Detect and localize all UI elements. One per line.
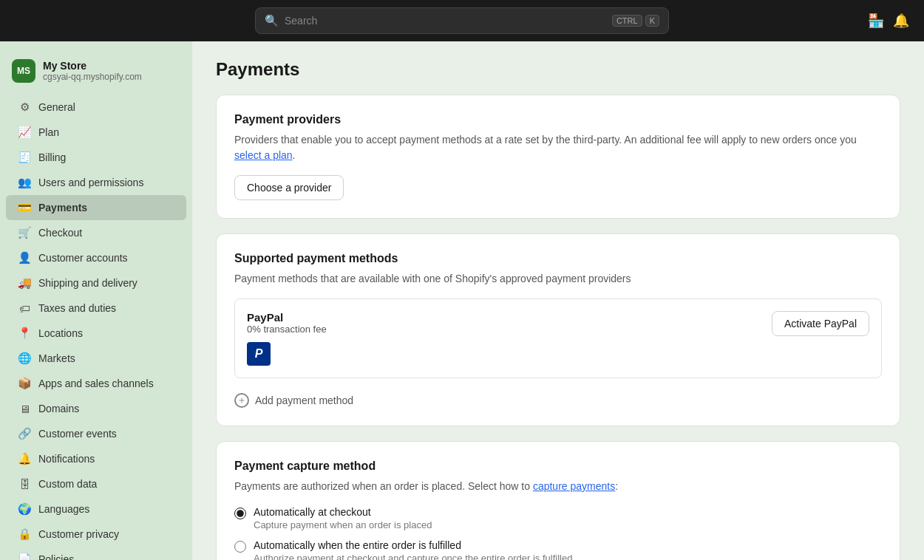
avatar: MS <box>12 59 35 83</box>
radio-text-auto-checkout: Automatically at checkout Capture paymen… <box>254 506 432 530</box>
radio-label-auto-fulfilled[interactable]: Automatically when the entire order is f… <box>254 539 572 551</box>
search-icon: 🔍 <box>265 14 279 27</box>
add-method-label: Add payment method <box>255 395 353 406</box>
ctrl-key: CTRL <box>612 15 642 27</box>
paypal-header: PayPal 0% transaction fee Activate PayPa… <box>247 311 869 336</box>
page-title: Payments <box>216 59 900 80</box>
nav-label-plan: Plan <box>38 126 59 138</box>
radio-sublabel-auto-checkout: Capture payment when an order is placed <box>254 519 432 530</box>
nav-list: ⚙ General 📈 Plan 🧾 Billing 👥 Users and p… <box>0 95 192 560</box>
sidebar-item-payments[interactable]: 💳 Payments <box>6 195 186 220</box>
topbar: 🔍 CTRL K 🏪 🔔 <box>0 0 924 41</box>
supported-card-desc: Payment methods that are available with … <box>234 271 882 287</box>
select-plan-link[interactable]: select a plan <box>234 149 293 161</box>
main-content: Payments Payment providers Providers tha… <box>192 41 924 560</box>
radio-option-auto-checkout[interactable]: Automatically at checkout Capture paymen… <box>234 506 882 530</box>
sidebar-item-shipping[interactable]: 🚚 Shipping and delivery <box>6 270 186 296</box>
app-layout: MS My Store cgsyai-qq.myshopify.com ⚙ Ge… <box>0 41 924 560</box>
nav-label-notifications: Notifications <box>38 453 95 465</box>
search-bar[interactable]: 🔍 CTRL K <box>255 7 669 34</box>
nav-icon-markets: 🌐 <box>18 352 31 365</box>
nav-label-locations: Locations <box>38 327 83 339</box>
supported-methods-card: Supported payment methods Payment method… <box>216 233 900 426</box>
nav-icon-locations: 📍 <box>18 327 31 340</box>
sidebar: MS My Store cgsyai-qq.myshopify.com ⚙ Ge… <box>0 41 192 560</box>
nav-label-general: General <box>38 101 75 113</box>
nav-icon-taxes: 🏷 <box>18 301 31 315</box>
nav-icon-general: ⚙ <box>18 100 31 114</box>
paypal-logo: P <box>247 342 271 366</box>
nav-icon-languages: 🌍 <box>18 502 31 516</box>
nav-label-users: Users and permissions <box>38 177 143 188</box>
nav-label-customer-accounts: Customer accounts <box>38 252 128 264</box>
sidebar-item-languages[interactable]: 🌍 Languages <box>6 496 186 522</box>
topbar-icons: 🏪 🔔 <box>868 13 909 29</box>
bell-icon[interactable]: 🔔 <box>893 13 909 29</box>
paypal-fee: 0% transaction fee <box>247 324 327 335</box>
nav-icon-customer-accounts: 👤 <box>18 251 31 264</box>
sidebar-item-policies[interactable]: 📄 Policies <box>6 547 186 560</box>
paypal-info: PayPal 0% transaction fee <box>247 311 327 335</box>
search-shortcut: CTRL K <box>612 15 659 27</box>
nav-label-domains: Domains <box>38 403 79 414</box>
sidebar-item-apps[interactable]: 📦 Apps and sales channels <box>6 371 186 396</box>
radio-label-auto-checkout[interactable]: Automatically at checkout <box>254 506 432 518</box>
providers-card-title: Payment providers <box>234 113 882 126</box>
nav-icon-users: 👥 <box>18 176 31 189</box>
sidebar-item-customer-events[interactable]: 🔗 Customer events <box>6 421 186 446</box>
nav-label-policies: Policies <box>38 553 74 560</box>
nav-icon-apps: 📦 <box>18 377 31 390</box>
nav-icon-customer-events: 🔗 <box>18 427 31 440</box>
providers-desc-text2: . <box>293 149 296 161</box>
supported-card-title: Supported payment methods <box>234 252 882 265</box>
store-name: My Store <box>43 60 142 72</box>
radio-input-auto-checkout[interactable] <box>234 508 246 519</box>
nav-label-payments: Payments <box>38 202 87 214</box>
capture-card-desc: Payments are authorized when an order is… <box>234 479 882 494</box>
store-header: MS My Store cgsyai-qq.myshopify.com <box>0 53 192 95</box>
paypal-name: PayPal <box>247 311 327 324</box>
capture-desc-text2: : <box>615 480 618 492</box>
radio-option-auto-fulfilled[interactable]: Automatically when the entire order is f… <box>234 539 882 560</box>
store-info: My Store cgsyai-qq.myshopify.com <box>43 60 142 82</box>
nav-icon-customer-privacy: 🔒 <box>18 527 31 541</box>
sidebar-item-customer-accounts[interactable]: 👤 Customer accounts <box>6 245 186 270</box>
activate-paypal-button[interactable]: Activate PayPal <box>772 311 869 336</box>
capture-desc-text1: Payments are authorized when an order is… <box>234 480 533 492</box>
nav-label-shipping: Shipping and delivery <box>38 277 137 289</box>
sidebar-item-checkout[interactable]: 🛒 Checkout <box>6 220 186 245</box>
store-icon[interactable]: 🏪 <box>868 13 884 29</box>
sidebar-item-notifications[interactable]: 🔔 Notifications <box>6 446 186 471</box>
sidebar-item-custom-data[interactable]: 🗄 Custom data <box>6 471 186 496</box>
sidebar-item-domains[interactable]: 🖥 Domains <box>6 396 186 421</box>
capture-card-title: Payment capture method <box>234 460 882 473</box>
nav-label-apps: Apps and sales channels <box>38 378 154 389</box>
add-circle-icon: ＋ <box>234 393 249 408</box>
nav-icon-custom-data: 🗄 <box>18 477 31 491</box>
sidebar-item-users[interactable]: 👥 Users and permissions <box>6 170 186 195</box>
choose-provider-button[interactable]: Choose a provider <box>234 175 344 200</box>
capture-method-card: Payment capture method Payments are auth… <box>216 441 900 560</box>
nav-label-customer-privacy: Customer privacy <box>38 528 119 540</box>
nav-label-languages: Languages <box>38 503 89 515</box>
nav-icon-payments: 💳 <box>18 201 31 214</box>
search-input[interactable] <box>285 15 606 27</box>
sidebar-item-locations[interactable]: 📍 Locations <box>6 321 186 346</box>
sidebar-item-plan[interactable]: 📈 Plan <box>6 120 186 145</box>
nav-label-customer-events: Customer events <box>38 428 117 440</box>
capture-payments-link[interactable]: capture payments <box>533 480 615 492</box>
sidebar-item-taxes[interactable]: 🏷 Taxes and duties <box>6 296 186 321</box>
add-payment-method-row[interactable]: ＋ Add payment method <box>234 387 882 408</box>
paypal-section: PayPal 0% transaction fee Activate PayPa… <box>234 298 882 378</box>
radio-text-auto-fulfilled: Automatically when the entire order is f… <box>254 539 572 560</box>
sidebar-item-general[interactable]: ⚙ General <box>6 95 186 120</box>
providers-card-desc: Providers that enable you to accept paym… <box>234 132 882 163</box>
nav-label-checkout: Checkout <box>38 227 82 239</box>
radio-input-auto-fulfilled[interactable] <box>234 541 246 553</box>
nav-label-custom-data: Custom data <box>38 478 97 490</box>
nav-icon-plan: 📈 <box>18 126 31 139</box>
payment-providers-card: Payment providers Providers that enable … <box>216 95 900 219</box>
sidebar-item-billing[interactable]: 🧾 Billing <box>6 145 186 170</box>
sidebar-item-markets[interactable]: 🌐 Markets <box>6 346 186 371</box>
sidebar-item-customer-privacy[interactable]: 🔒 Customer privacy <box>6 522 186 547</box>
